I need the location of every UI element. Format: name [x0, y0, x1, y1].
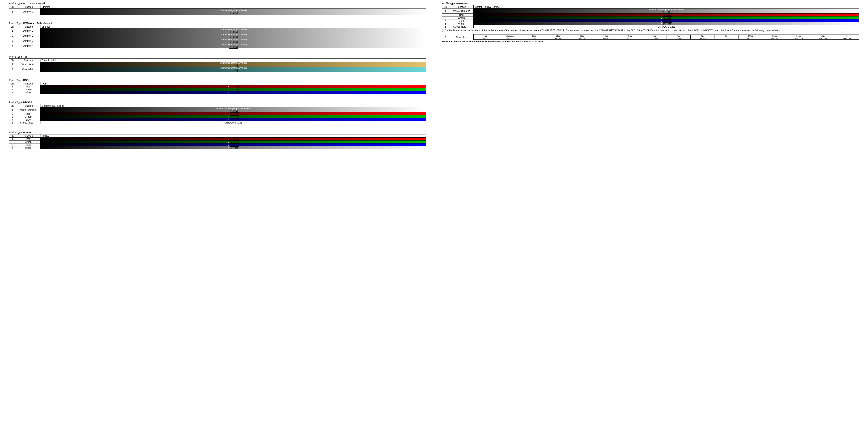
- gradient-bar: Master Dimmer (Brightness Value)0 .. 255: [40, 107, 426, 112]
- profile-TW: Profile Type: TW Ch. Function Tunable Wh…: [9, 55, 426, 72]
- profile-table: Ch. Function Tunable White 1Warm WhiteDi…: [9, 59, 426, 72]
- profile-title: Profile Type: W – 1 DMX channel: [9, 2, 426, 5]
- gradient-bar: Dimmer (Brightness Value)0 .. 255: [40, 33, 426, 38]
- profile-table: Ch. Function Master+RGB+Strobe 1Master D…: [9, 104, 426, 124]
- cell-ch: 1: [9, 8, 16, 15]
- footnote-strobe: (*) Strobe Rate execute the functions of…: [442, 29, 859, 32]
- profile-table: Ch. Function Dimmer 1 Dimmer 1 Dimmer (B…: [9, 5, 426, 15]
- profile-title: Profile Type: WWWW – 4 DMX channel: [9, 22, 426, 25]
- profile-title: Profile Type: TW: [9, 55, 426, 58]
- strobe-rate-table: 6 Strobe Rate fix blackout 1fps 2fps 3fp…: [442, 34, 859, 40]
- gradient-bar: Dimmer (Brightness Value)0 .. 255: [40, 67, 426, 72]
- profile-WWWW: Profile Type: WWWW – 4 DMX channel Ch. F…: [9, 22, 426, 48]
- profile-table: Ch. Function Dimmer 1Dimmer 1Dimmer (Bri…: [9, 25, 426, 48]
- gradient-bar: G0 .. 255: [473, 16, 859, 19]
- footnote-other-devices: For other devices check the behaviour of…: [442, 40, 859, 43]
- profile-table: Ch. Function Master+RGBW+Strobe 1Master …: [442, 5, 859, 28]
- gradient-bar: G0 .. 255: [40, 115, 426, 118]
- th-ch: Ch.: [9, 5, 16, 8]
- gradient-bar: Dimmer (Brightness Value)0 .. 255: [40, 38, 426, 43]
- gradient-bar: R0 .. 255: [473, 13, 859, 16]
- gradient-bar: B0 .. 255: [40, 143, 426, 146]
- gradient-bar: G0 .. 255: [40, 88, 426, 91]
- gradient-bar: R0 .. 255: [40, 112, 426, 115]
- profile-MRGBWS: Profile Type: MRGBWS Ch. Function Master…: [442, 2, 859, 28]
- th-val: Dimmer: [40, 5, 426, 8]
- profile-RGB: Profile Type: RGB Ch. Function RGB 1RedR…: [9, 79, 426, 94]
- th-fn: Function: [16, 5, 40, 8]
- gradient-bar: R0 .. 255: [40, 138, 426, 140]
- profile-table: Ch. Function RGB 1RedR0 .. 255 2GreenG0 …: [9, 82, 426, 94]
- gradient-bar: W0 .. 255: [40, 146, 426, 149]
- profile-table: Ch. Function RGBW 1RedR0 .. 255 2GreenG0…: [9, 134, 426, 149]
- strobe-labels-row: fix blackout 1fps 2fps 3fps 4fps 5fps 6f…: [474, 35, 859, 37]
- profile-title: Profile Type: MRGBWS: [442, 2, 859, 5]
- profile-W: Profile Type: W – 1 DMX channel Ch. Func…: [9, 2, 426, 15]
- gradient-bar: Dimmer (Brightness Value)0 .. 255: [40, 28, 426, 33]
- gradient-bar: B0 .. 255: [40, 118, 426, 121]
- strobe-ranges-row: 0..15 16..31 32..47 48..63 64..79 80..95…: [474, 37, 859, 39]
- gradient-bar: Master Dimmer (Brightness Value)0 .. 255: [473, 8, 859, 13]
- profile-title: Profile Type: MRGBS: [9, 101, 426, 104]
- gradient-bar: Dimmer (Brightness Value)0 .. 255: [40, 43, 426, 48]
- cell-value: Dimmer (Brightness Value) 0 .. 255: [40, 8, 426, 15]
- gradient-bar: W0 .. 255: [473, 22, 859, 25]
- profile-MRGBS: Profile Type: MRGBS Ch. Function Master+…: [9, 101, 426, 124]
- gradient-bar: R0 .. 255: [40, 85, 426, 88]
- gradient-bar: B0 .. 255: [40, 91, 426, 94]
- gradient-bar: G0 .. 255: [40, 140, 426, 143]
- profile-RGBW: Profile Type: RGBW Ch. Function RGBW 1Re…: [9, 131, 426, 149]
- gradient-bar: Dimmer (Brightness Value)0 .. 255: [40, 62, 426, 67]
- gradient-bar: B0 .. 255: [473, 20, 859, 22]
- cell-fn: Dimmer 1: [16, 8, 40, 15]
- profile-title: Profile Type: RGBW: [9, 131, 426, 134]
- strobe-rate-grid: fix blackout 1fps 2fps 3fps 4fps 5fps 6f…: [473, 35, 859, 39]
- gradient-bar: Dimmer (Brightness Value) 0 .. 255: [40, 8, 426, 15]
- profile-title: Profile Type: RGB: [9, 79, 426, 81]
